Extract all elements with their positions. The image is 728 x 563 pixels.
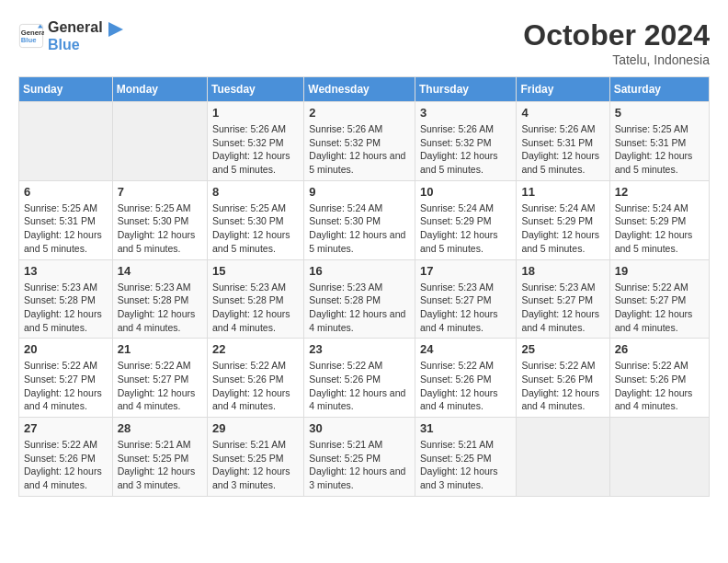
calendar-cell: 4Sunrise: 5:26 AM Sunset: 5:31 PM Daylig… [517,102,609,181]
day-number: 16 [309,264,410,278]
day-info: Sunrise: 5:23 AM Sunset: 5:27 PM Dayligh… [420,281,511,335]
day-number: 6 [24,185,108,199]
calendar-cell [609,418,709,497]
calendar-cell: 30Sunrise: 5:21 AM Sunset: 5:25 PM Dayli… [304,418,415,497]
calendar-cell: 18Sunrise: 5:23 AM Sunset: 5:27 PM Dayli… [517,259,609,339]
calendar-cell: 13Sunrise: 5:23 AM Sunset: 5:28 PM Dayli… [19,259,113,339]
logo-flag-icon [107,22,123,50]
day-number: 21 [118,342,202,356]
calendar-cell: 16Sunrise: 5:23 AM Sunset: 5:28 PM Dayli… [304,259,415,339]
calendar-cell: 14Sunrise: 5:23 AM Sunset: 5:28 PM Dayli… [112,259,207,339]
day-number: 26 [615,342,704,356]
calendar-table: SundayMondayTuesdayWednesdayThursdayFrid… [18,76,710,497]
calendar-body: 1Sunrise: 5:26 AM Sunset: 5:32 PM Daylig… [19,102,710,497]
logo-blue: Blue [48,36,103,53]
day-header-sunday: Sunday [19,77,113,102]
day-number: 11 [521,185,604,199]
day-number: 7 [118,185,202,199]
day-info: Sunrise: 5:22 AM Sunset: 5:26 PM Dayligh… [420,359,511,413]
logo-icon: General Blue [18,23,44,49]
calendar-cell: 8Sunrise: 5:25 AM Sunset: 5:30 PM Daylig… [207,180,303,259]
day-header-thursday: Thursday [415,77,516,102]
day-number: 20 [24,342,108,356]
day-info: Sunrise: 5:25 AM Sunset: 5:31 PM Dayligh… [615,122,704,177]
week-row-1: 6Sunrise: 5:25 AM Sunset: 5:31 PM Daylig… [19,180,710,259]
day-info: Sunrise: 5:24 AM Sunset: 5:29 PM Dayligh… [420,201,511,256]
day-header-saturday: Saturday [609,77,709,102]
calendar-cell: 9Sunrise: 5:24 AM Sunset: 5:30 PM Daylig… [304,180,415,259]
week-row-0: 1Sunrise: 5:26 AM Sunset: 5:32 PM Daylig… [19,102,710,181]
location: Tatelu, Indonesia [523,52,710,67]
calendar-cell [112,102,207,181]
day-number: 2 [309,106,410,120]
calendar-cell: 10Sunrise: 5:24 AM Sunset: 5:29 PM Dayli… [415,180,516,259]
day-header-tuesday: Tuesday [207,77,303,102]
day-info: Sunrise: 5:23 AM Sunset: 5:28 PM Dayligh… [24,281,108,335]
day-header-wednesday: Wednesday [304,77,415,102]
day-number: 22 [212,342,299,356]
day-number: 19 [615,264,704,278]
day-header-monday: Monday [112,77,207,102]
day-number: 24 [420,342,511,356]
day-number: 27 [24,421,108,435]
day-number: 14 [118,264,202,278]
calendar-cell [517,418,609,497]
calendar-cell: 26Sunrise: 5:22 AM Sunset: 5:26 PM Dayli… [609,339,709,418]
day-number: 31 [420,421,511,435]
day-info: Sunrise: 5:21 AM Sunset: 5:25 PM Dayligh… [309,438,410,492]
day-header-friday: Friday [517,77,609,102]
calendar-cell: 25Sunrise: 5:22 AM Sunset: 5:26 PM Dayli… [517,339,609,418]
calendar-cell [19,102,113,181]
calendar-cell: 15Sunrise: 5:23 AM Sunset: 5:28 PM Dayli… [207,259,303,339]
calendar-cell: 28Sunrise: 5:21 AM Sunset: 5:25 PM Dayli… [112,418,207,497]
logo: General Blue General Blue [18,18,123,53]
svg-text:General: General [21,29,44,37]
calendar-cell: 17Sunrise: 5:23 AM Sunset: 5:27 PM Dayli… [415,259,516,339]
day-number: 15 [212,264,299,278]
week-row-2: 13Sunrise: 5:23 AM Sunset: 5:28 PM Dayli… [19,259,710,339]
calendar-cell: 12Sunrise: 5:24 AM Sunset: 5:29 PM Dayli… [609,180,709,259]
day-info: Sunrise: 5:21 AM Sunset: 5:25 PM Dayligh… [118,438,202,492]
day-info: Sunrise: 5:25 AM Sunset: 5:30 PM Dayligh… [118,201,202,256]
calendar-cell: 7Sunrise: 5:25 AM Sunset: 5:30 PM Daylig… [112,180,207,259]
calendar-cell: 23Sunrise: 5:22 AM Sunset: 5:26 PM Dayli… [304,339,415,418]
calendar-cell: 21Sunrise: 5:22 AM Sunset: 5:27 PM Dayli… [112,339,207,418]
day-info: Sunrise: 5:26 AM Sunset: 5:32 PM Dayligh… [420,122,511,177]
calendar-cell: 22Sunrise: 5:22 AM Sunset: 5:26 PM Dayli… [207,339,303,418]
day-number: 23 [309,342,410,356]
day-number: 18 [521,264,604,278]
svg-marker-4 [108,22,123,37]
calendar-cell: 29Sunrise: 5:21 AM Sunset: 5:25 PM Dayli… [207,418,303,497]
calendar-cell: 20Sunrise: 5:22 AM Sunset: 5:27 PM Dayli… [19,339,113,418]
calendar-cell: 6Sunrise: 5:25 AM Sunset: 5:31 PM Daylig… [19,180,113,259]
calendar-cell: 31Sunrise: 5:21 AM Sunset: 5:25 PM Dayli… [415,418,516,497]
day-info: Sunrise: 5:22 AM Sunset: 5:27 PM Dayligh… [118,359,202,413]
day-number: 3 [420,106,511,120]
calendar-cell: 11Sunrise: 5:24 AM Sunset: 5:29 PM Dayli… [517,180,609,259]
calendar-cell: 19Sunrise: 5:22 AM Sunset: 5:27 PM Dayli… [609,259,709,339]
day-number: 28 [118,421,202,435]
calendar-cell: 1Sunrise: 5:26 AM Sunset: 5:32 PM Daylig… [207,102,303,181]
day-info: Sunrise: 5:22 AM Sunset: 5:26 PM Dayligh… [212,359,299,413]
day-info: Sunrise: 5:26 AM Sunset: 5:32 PM Dayligh… [212,122,299,177]
calendar-header-row: SundayMondayTuesdayWednesdayThursdayFrid… [19,77,710,102]
calendar-cell: 3Sunrise: 5:26 AM Sunset: 5:32 PM Daylig… [415,102,516,181]
day-info: Sunrise: 5:22 AM Sunset: 5:26 PM Dayligh… [521,359,604,413]
day-number: 30 [309,421,410,435]
day-number: 4 [521,106,604,120]
day-info: Sunrise: 5:21 AM Sunset: 5:25 PM Dayligh… [420,438,511,492]
day-number: 12 [615,185,704,199]
day-number: 5 [615,106,704,120]
day-info: Sunrise: 5:22 AM Sunset: 5:26 PM Dayligh… [615,359,704,413]
day-number: 9 [309,185,410,199]
day-info: Sunrise: 5:24 AM Sunset: 5:29 PM Dayligh… [521,201,604,256]
month-title: October 2024 [523,18,710,52]
calendar-cell: 27Sunrise: 5:22 AM Sunset: 5:26 PM Dayli… [19,418,113,497]
day-info: Sunrise: 5:24 AM Sunset: 5:29 PM Dayligh… [615,201,704,256]
calendar-cell: 24Sunrise: 5:22 AM Sunset: 5:26 PM Dayli… [415,339,516,418]
calendar-cell: 5Sunrise: 5:25 AM Sunset: 5:31 PM Daylig… [609,102,709,181]
day-info: Sunrise: 5:25 AM Sunset: 5:30 PM Dayligh… [212,201,299,256]
day-number: 13 [24,264,108,278]
day-info: Sunrise: 5:23 AM Sunset: 5:28 PM Dayligh… [118,281,202,335]
day-info: Sunrise: 5:21 AM Sunset: 5:25 PM Dayligh… [212,438,299,492]
